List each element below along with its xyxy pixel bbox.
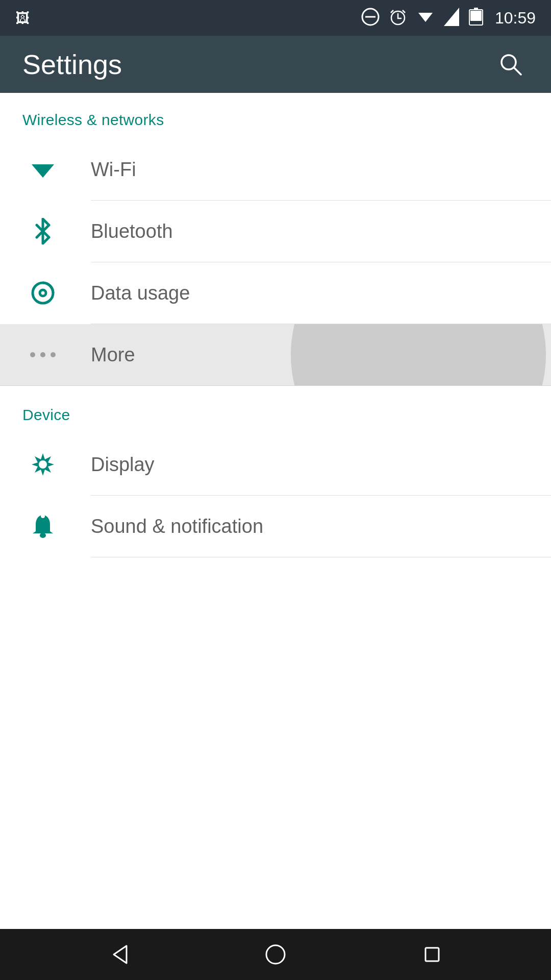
display-label: Display — [91, 454, 155, 476]
display-icon — [22, 444, 63, 485]
back-button[interactable] — [98, 934, 139, 975]
svg-rect-8 — [474, 8, 478, 10]
bluetooth-icon — [22, 211, 63, 252]
recents-button[interactable] — [412, 934, 453, 975]
svg-point-21 — [41, 514, 45, 518]
wifi-item[interactable]: Wi-Fi — [0, 139, 551, 200]
app-bar-title: Settings — [22, 48, 122, 80]
svg-point-16 — [40, 352, 45, 357]
svg-point-17 — [51, 352, 56, 357]
more-icon — [22, 334, 63, 375]
alarm-icon — [389, 8, 407, 28]
home-button[interactable] — [255, 934, 296, 975]
svg-point-14 — [40, 290, 46, 296]
status-bar: 🖼 10:59 — [0, 0, 551, 36]
ripple-circle — [291, 324, 546, 385]
battery-icon — [468, 8, 486, 28]
svg-rect-24 — [425, 948, 439, 961]
wifi-label: Wi-Fi — [91, 159, 136, 181]
sound-item[interactable]: Sound & notification — [0, 496, 551, 557]
signal-icon — [444, 8, 459, 28]
bluetooth-item[interactable]: Bluetooth — [0, 201, 551, 262]
settings-content: Wireless & networks Wi-Fi Bluetooth — [0, 93, 551, 929]
svg-marker-12 — [32, 164, 54, 178]
section-header-wireless: Wireless & networks — [0, 93, 551, 139]
divider-sound — [91, 557, 551, 557]
svg-point-23 — [266, 945, 285, 964]
bluetooth-label: Bluetooth — [91, 220, 173, 242]
more-item[interactable]: More — [0, 324, 551, 385]
wifi-status-icon — [416, 8, 435, 28]
svg-marker-22 — [114, 946, 127, 963]
svg-point-20 — [40, 533, 46, 538]
data-usage-item[interactable]: Data usage — [0, 262, 551, 324]
wifi-icon — [22, 149, 63, 190]
data-usage-icon — [22, 273, 63, 313]
more-label: More — [91, 344, 135, 366]
search-button[interactable] — [493, 46, 529, 82]
sound-label: Sound & notification — [91, 516, 263, 537]
status-time: 10:59 — [495, 9, 536, 28]
display-item[interactable]: Display — [0, 434, 551, 495]
ripple-overlay — [286, 324, 551, 385]
svg-point-19 — [39, 460, 47, 469]
image-icon: 🖼 — [15, 10, 30, 26]
data-usage-label: Data usage — [91, 282, 190, 304]
svg-line-3 — [391, 10, 393, 13]
nav-bar — [0, 929, 551, 980]
section-header-device: Device — [0, 386, 551, 434]
svg-line-11 — [514, 67, 521, 75]
svg-rect-9 — [470, 11, 482, 21]
no-entry-icon — [361, 8, 380, 28]
status-bar-left: 🖼 — [15, 10, 30, 27]
app-bar: Settings — [0, 36, 551, 93]
svg-line-4 — [403, 10, 405, 13]
svg-point-15 — [30, 352, 35, 357]
svg-marker-5 — [418, 13, 433, 22]
sound-icon — [22, 506, 63, 547]
svg-marker-6 — [444, 8, 459, 26]
